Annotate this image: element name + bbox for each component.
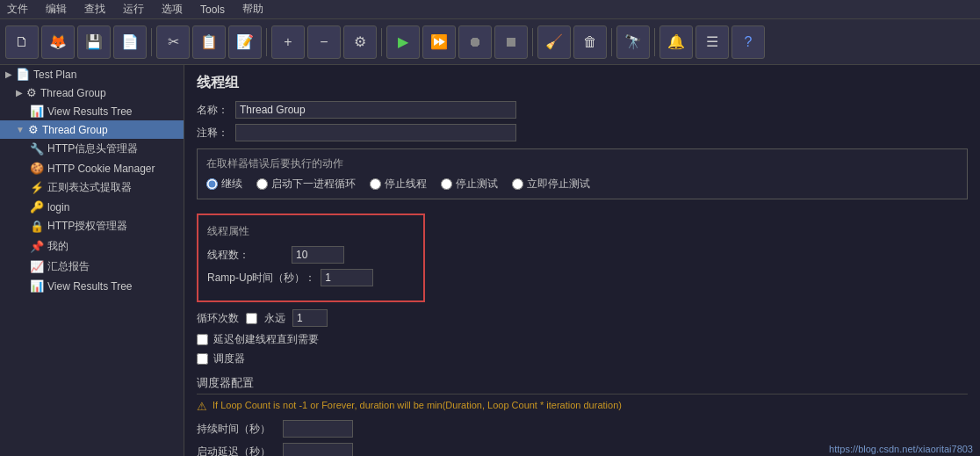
regex-icon: ⚡ <box>30 181 44 194</box>
clear-button[interactable]: 🧹 <box>537 25 571 59</box>
auth-icon: 🔒 <box>30 220 44 233</box>
loop-label: 循环次数 <box>197 311 239 326</box>
menu-file[interactable]: 文件 <box>4 2 32 17</box>
sidebar-label-thread-group-2: Thread Group <box>42 124 108 136</box>
scheduler-label: 调度器 <box>213 351 245 366</box>
sidebar-item-thread-group-2[interactable]: ▼ ⚙ Thread Group <box>0 120 184 139</box>
saveas-button[interactable]: 📄 <box>113 25 147 59</box>
footer-bar: https://blog.csdn.net/xiaoritai7803 <box>822 442 980 456</box>
menu-tools[interactable]: Tools <box>197 4 228 16</box>
sidebar: ▶ 📄 Test Plan ▶ ⚙ Thread Group 📊 View Re… <box>0 65 184 456</box>
http-header-icon: 🔧 <box>30 142 44 156</box>
duration-label: 持续时间（秒） <box>197 422 276 437</box>
sidebar-label-auth: HTTP授权管理器 <box>47 219 127 234</box>
thread-props-box: 线程属性 线程数： Ramp-Up时间（秒）： <box>197 214 425 302</box>
sidebar-label-report: 汇总报告 <box>47 259 90 274</box>
force-stop-button[interactable]: ⏹ <box>494 25 528 59</box>
http-cookie-icon: 🍪 <box>30 162 44 175</box>
content-area: 线程组 名称： 注释： 在取样器错误后要执行的动作 继续 启动下一进程循环 <box>184 65 980 456</box>
radio-continue[interactable]: 继续 <box>206 177 242 192</box>
sidebar-label-http-header: HTTP信息头管理器 <box>47 141 138 156</box>
view-results-tree-2-icon: 📊 <box>30 279 44 293</box>
sidebar-item-http-header[interactable]: 🔧 HTTP信息头管理器 <box>0 139 184 159</box>
sidebar-item-test-plan[interactable]: ▶ 📄 Test Plan <box>0 65 184 83</box>
start-delay-input[interactable] <box>283 443 353 456</box>
props-title: 线程属性 <box>207 224 414 239</box>
warning-icon: ⚠ <box>197 400 207 413</box>
sidebar-item-view-results-tree-1[interactable]: 📊 View Results Tree <box>0 102 184 120</box>
duration-field: 持续时间（秒） <box>197 420 968 438</box>
thread-group-1-icon: ⚙ <box>26 86 37 99</box>
sidebar-label-my: 我的 <box>47 239 68 254</box>
template-button[interactable]: ☰ <box>695 25 729 59</box>
arrow-test-plan: ▶ <box>5 69 12 79</box>
clear-all-button[interactable]: 🗑 <box>573 25 607 59</box>
thread-count-label: 线程数： <box>207 248 286 263</box>
report-icon: 📈 <box>30 260 44 273</box>
sidebar-label-regex: 正则表达式提取器 <box>47 180 132 195</box>
rampup-label: Ramp-Up时间（秒）： <box>207 271 315 286</box>
arrow-thread-group-2: ▼ <box>16 125 25 134</box>
forever-label: 永远 <box>264 311 285 326</box>
expand-button[interactable]: + <box>271 25 305 59</box>
separator-2 <box>266 28 267 56</box>
separator-6 <box>654 28 655 56</box>
run-button[interactable]: ▶ <box>386 25 420 59</box>
save-button[interactable]: 💾 <box>77 25 111 59</box>
action-section: 在取样器错误后要执行的动作 继续 启动下一进程循环 停止线程 停止测试 <box>197 148 968 199</box>
sidebar-item-login[interactable]: 🔑 login <box>0 198 184 216</box>
radio-stop-thread[interactable]: 停止线程 <box>370 177 427 192</box>
sidebar-item-auth[interactable]: 🔒 HTTP授权管理器 <box>0 216 184 236</box>
separator-5 <box>611 28 612 56</box>
scheduler-checkbox[interactable] <box>197 353 208 365</box>
sidebar-item-regex[interactable]: ⚡ 正则表达式提取器 <box>0 177 184 198</box>
loop-count-input[interactable] <box>292 309 328 327</box>
arrow-thread-group-1: ▶ <box>16 88 23 98</box>
toggle-button[interactable]: ⚙ <box>343 25 377 59</box>
warning-row: ⚠ If Loop Count is not -1 or Forever, du… <box>197 400 968 413</box>
collapse-button[interactable]: − <box>307 25 341 59</box>
comment-label: 注释： <box>197 126 228 141</box>
sidebar-item-thread-group-1[interactable]: ▶ ⚙ Thread Group <box>0 83 184 102</box>
sidebar-label-view-results-tree-2: View Results Tree <box>47 280 133 293</box>
thread-count-input[interactable] <box>292 246 344 264</box>
warning-text: If Loop Count is not -1 or Forever, dura… <box>213 400 622 410</box>
search-button[interactable]: 🔭 <box>616 25 650 59</box>
help-button[interactable]: ? <box>731 25 765 59</box>
rampup-input[interactable] <box>321 269 373 286</box>
menu-options[interactable]: 选项 <box>158 2 186 17</box>
stop-button[interactable]: ⏺ <box>458 25 492 59</box>
paste-button[interactable]: 📝 <box>228 25 262 59</box>
cut-button[interactable]: ✂ <box>156 25 190 59</box>
comment-row: 注释： <box>197 124 968 141</box>
menu-help[interactable]: 帮助 <box>239 2 267 17</box>
forever-checkbox[interactable] <box>246 313 257 324</box>
name-input[interactable] <box>235 101 516 119</box>
copy-button[interactable]: 📋 <box>192 25 226 59</box>
radio-stop-now[interactable]: 立即停止测试 <box>512 177 590 192</box>
delay-create-checkbox[interactable] <box>197 334 208 345</box>
menu-run[interactable]: 运行 <box>119 2 148 17</box>
radio-stop-test[interactable]: 停止测试 <box>441 177 498 192</box>
login-icon: 🔑 <box>30 200 44 214</box>
delay-create-row[interactable]: 延迟创建线程直到需要 <box>197 332 968 347</box>
scheduler-row[interactable]: 调度器 <box>197 351 968 366</box>
sidebar-item-http-cookie[interactable]: 🍪 HTTP Cookie Manager <box>0 159 184 177</box>
comment-input[interactable] <box>235 124 516 141</box>
sidebar-item-view-results-tree-2[interactable]: 📊 View Results Tree <box>0 277 184 295</box>
view-results-tree-1-icon: 📊 <box>30 105 44 118</box>
duration-input[interactable] <box>283 420 353 438</box>
radio-start-next[interactable]: 启动下一进程循环 <box>256 177 356 192</box>
open-button[interactable]: 🦊 <box>41 25 75 59</box>
sidebar-item-report[interactable]: 📈 汇总报告 <box>0 257 184 277</box>
plugin-button[interactable]: 🔔 <box>659 25 693 59</box>
run-no-pause-button[interactable]: ⏩ <box>422 25 456 59</box>
new-button[interactable]: 🗋 <box>5 25 39 59</box>
sidebar-item-my[interactable]: 📌 我的 <box>0 236 184 257</box>
menu-edit[interactable]: 编辑 <box>42 2 70 17</box>
thread-group-2-icon: ⚙ <box>28 123 39 136</box>
radio-row: 继续 启动下一进程循环 停止线程 停止测试 立即停止测试 <box>206 177 958 192</box>
sidebar-label-test-plan: Test Plan <box>33 69 76 81</box>
separator-1 <box>151 28 152 56</box>
menu-find[interactable]: 查找 <box>81 2 109 17</box>
